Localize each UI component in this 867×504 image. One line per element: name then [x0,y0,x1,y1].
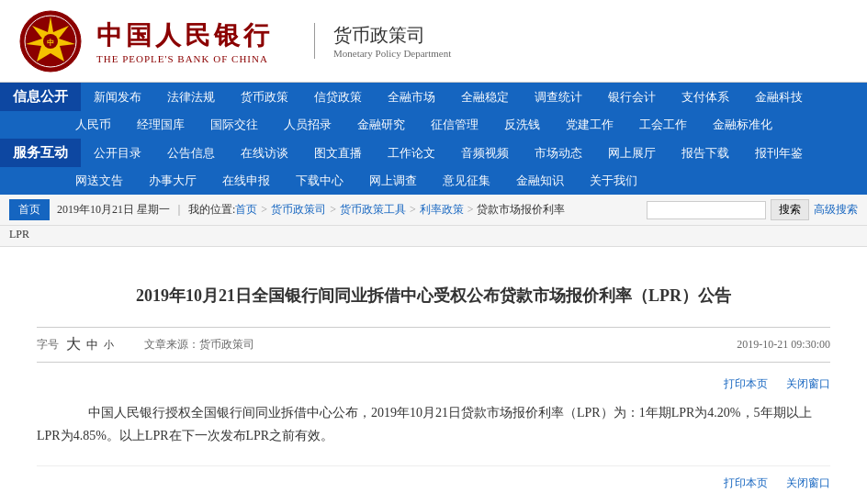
nav-item-falv[interactable]: 法律法规 [154,83,228,111]
breadcrumb-link-dept[interactable]: 货币政策司 [271,202,326,218]
nav-item-zhengxin[interactable]: 征信管理 [418,111,491,139]
advanced-search-link[interactable]: 高级搜索 [814,202,858,218]
article-body: 中国人民银行授权全国银行间同业拆借中心公布，2019年10月21日贷款市场报价利… [37,401,830,447]
nav-item-guoji[interactable]: 国际交往 [197,111,271,139]
nav-item-yinpin[interactable]: 音频视频 [448,139,522,167]
logo-area: 中 中国人民银行 THE PEOPLE'S BANK OF CHINA 货币政策… [18,9,451,73]
nav-row-1: 信息公开 新闻发布 法律法规 货币政策 信贷政策 全融市场 全融稳定 调查统计 … [0,83,867,111]
nav-item-dangjian[interactable]: 党建工作 [553,111,626,139]
nav-item-zhifu[interactable]: 支付体系 [669,83,742,111]
nav-item-yijianzj[interactable]: 意见征集 [430,167,503,195]
font-size-large-btn[interactable]: 大 [66,335,81,354]
breadcrumb-home[interactable]: 首页 [9,199,50,220]
nav-section-label-1: 信息公开 [0,83,81,111]
nav-items-row4: 网送文告 办事大厅 在线申报 下载中心 网上调查 意见征集 金融知识 关于我们 [62,167,867,195]
nav-item-renminbi[interactable]: 人民币 [62,111,124,139]
nav-item-banshi[interactable]: 办事大厅 [136,167,209,195]
nav-item-xinwen[interactable]: 新闻发布 [81,83,154,111]
nav-item-jinrongyj[interactable]: 金融研究 [344,111,418,139]
bank-name-cn: 中国人民银行 [96,18,273,53]
nav-item-jinrongzs[interactable]: 金融知识 [503,167,577,195]
breadcrumb-bar: 首页 2019年10月21日 星期一 ｜ 我的位置: 首页 > 货币政策司 > … [0,195,867,226]
nav-item-jingligk[interactable]: 经理国库 [124,111,197,139]
navigation: 信息公开 新闻发布 法律法规 货币政策 信贷政策 全融市场 全融稳定 调查统计 … [0,83,867,195]
nav-item-gongkai[interactable]: 公开目录 [81,139,154,167]
search-button[interactable]: 搜索 [771,199,809,220]
nav-item-guanyu[interactable]: 关于我们 [577,167,650,195]
nav-items-row1: 新闻发布 法律法规 货币政策 信贷政策 全融市场 全融稳定 调查统计 银行会计 … [81,83,867,111]
close-link-bottom[interactable]: 关闭窗口 [786,476,830,491]
nav-items-row2: 人民币 经理国库 国际交往 人员招录 金融研究 征信管理 反洗钱 党建工作 工会… [62,111,867,139]
nav-item-zaixian[interactable]: 在线访谈 [228,139,301,167]
breadcrumb-link-rate[interactable]: 利率政策 [420,202,464,218]
breadcrumb-link-home[interactable]: 首页 [235,202,257,218]
article-source: 文章来源：货币政策司 [144,337,254,353]
nav-item-shichang[interactable]: 市场动态 [522,139,595,167]
nav-item-gonghui[interactable]: 工会工作 [626,111,700,139]
breadcrumb-date: 2019年10月21日 星期一 [57,202,170,218]
nav-row-4: 网送文告 办事大厅 在线申报 下载中心 网上调查 意见征集 金融知识 关于我们 [0,167,867,195]
nav-item-xindai[interactable]: 信贷政策 [301,83,375,111]
dept-info: 货币政策司 Monetary Policy Department [314,23,451,59]
article-date: 2019-10-21 09:30:00 [737,338,830,352]
nav-item-tuwen[interactable]: 图文直播 [301,139,375,167]
nav-item-fanxi[interactable]: 反洗钱 [491,111,553,139]
print-link-bottom[interactable]: 打印本页 [724,476,768,491]
nav-item-yinhang[interactable]: 银行会计 [595,83,669,111]
nav-item-baokannj[interactable]: 报刊年鉴 [742,139,816,167]
nav-item-wangshangdc[interactable]: 网上调查 [356,167,430,195]
nav-section-label-3: 服务互动 [0,139,81,167]
dept-name-cn: 货币政策司 [333,23,451,48]
print-link-top[interactable]: 打印本页 [724,376,768,392]
close-link-top[interactable]: 关闭窗口 [786,376,830,392]
breadcrumb-current: 贷款市场报价利率 [477,202,565,218]
bank-emblem-icon: 中 [18,9,83,73]
nav-item-diaocha[interactable]: 调查统计 [522,83,595,111]
logo-text: 中国人民银行 THE PEOPLE'S BANK OF CHINA [96,18,273,64]
nav-row-2: 人民币 经理国库 国际交往 人员招录 金融研究 征信管理 反洗钱 党建工作 工会… [0,111,867,139]
nav-item-gonggao[interactable]: 公告信息 [154,139,228,167]
article-meta: 字号 大 中 小 文章来源：货币政策司 2019-10-21 09:30:00 [37,327,830,363]
breadcrumb-position-label: 我的位置: [188,202,235,218]
action-bar-bottom: 打印本页 关闭窗口 [37,465,830,491]
nav-item-wangshang[interactable]: 网上展厅 [595,139,669,167]
article-title: 2019年10月21日全国银行间同业拆借中心受权公布贷款市场报价利率（LPR）公… [37,284,830,308]
nav-item-baogao[interactable]: 报告下载 [669,139,742,167]
search-input[interactable] [647,201,766,219]
nav-items-row3: 公开目录 公告信息 在线访谈 图文直播 工作论文 音频视频 市场动态 网上展厅 … [81,139,867,167]
lpr-sublabel: LPR [0,226,867,247]
article-content: 2019年10月21日全国银行间同业拆借中心受权公布贷款市场报价利率（LPR）公… [0,247,867,504]
breadcrumb-link-tools[interactable]: 货币政策工具 [340,202,406,218]
nav-item-jinrongsc[interactable]: 全融市场 [375,83,448,111]
bank-name-en: THE PEOPLE'S BANK OF CHINA [96,53,268,64]
font-size-small-btn[interactable]: 小 [104,338,114,352]
font-size-label: 字号 [37,337,59,353]
nav-row-3: 服务互动 公开目录 公告信息 在线访谈 图文直播 工作论文 音频视频 市场动态 … [0,139,867,167]
nav-item-wangsong[interactable]: 网送文告 [62,167,136,195]
action-bar-top: 打印本页 关闭窗口 [37,376,830,392]
nav-item-jinrongkj[interactable]: 金融科技 [742,83,816,111]
svg-text:中: 中 [47,39,54,47]
nav-item-jinrongwd[interactable]: 全融稳定 [448,83,522,111]
nav-item-zaixiansb[interactable]: 在线申报 [209,167,283,195]
dept-name-en: Monetary Policy Department [333,48,451,59]
nav-item-huobi[interactable]: 货币政策 [228,83,301,111]
font-size-medium-btn[interactable]: 中 [86,337,98,353]
nav-item-jinrongbz[interactable]: 金融标准化 [700,111,785,139]
nav-item-gongzuolw[interactable]: 工作论文 [375,139,448,167]
page-header: 中 中国人民银行 THE PEOPLE'S BANK OF CHINA 货币政策… [0,0,867,83]
nav-item-renyuan[interactable]: 人员招录 [271,111,344,139]
nav-item-xiazai[interactable]: 下载中心 [283,167,356,195]
breadcrumb-search-area: 搜索 高级搜索 [647,199,858,220]
